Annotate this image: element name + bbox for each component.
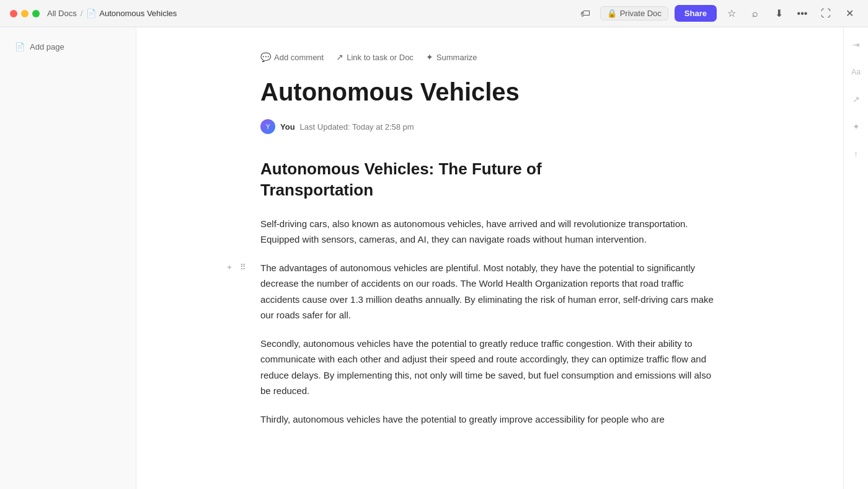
- fullscreen-icon: ⛶: [821, 8, 831, 19]
- link-to-task-button[interactable]: ↗ Link to task or Doc: [336, 52, 414, 62]
- link-icon: ↗: [336, 52, 343, 62]
- add-comment-label: Add comment: [274, 53, 324, 62]
- main-layout: 📄 Add page 💬 Add comment ↗ Link to task …: [0, 27, 868, 489]
- fullscreen-button[interactable]: ⛶: [817, 5, 835, 22]
- title-bar: All Docs / 📄 Autonomous Vehicles 🏷 🔒 Pri…: [0, 0, 868, 27]
- traffic-lights: [10, 10, 40, 17]
- lock-icon: 🔒: [607, 9, 617, 18]
- bookmark-icon: 🏷: [580, 8, 590, 19]
- font-size-button[interactable]: Aa: [849, 65, 864, 79]
- drag-icon: ⠿: [240, 262, 246, 272]
- author-line: Y You Last Updated: Today at 2:58 pm: [260, 119, 719, 134]
- last-updated: Last Updated: Today at 2:58 pm: [300, 122, 414, 132]
- comment-icon: 💬: [260, 52, 271, 62]
- breadcrumb-separator: /: [81, 9, 83, 18]
- add-page-label: Add page: [30, 42, 64, 52]
- add-page-button[interactable]: 📄 Add page: [5, 37, 131, 56]
- add-page-icon: 📄: [15, 42, 25, 52]
- collapse-right-button[interactable]: ⇥: [849, 37, 864, 52]
- paragraph-4[interactable]: Thirdly, autonomous vehicles have the po…: [260, 411, 719, 428]
- maximize-traffic-light[interactable]: [32, 10, 40, 17]
- doc-icon: 📄: [86, 9, 96, 18]
- doc-area: 💬 Add comment ↗ Link to task or Doc ✦ Su…: [136, 27, 843, 489]
- right-sidebar: ⇥ Aa ↗ ✦ ↑: [843, 27, 868, 489]
- minimize-traffic-light[interactable]: [21, 10, 29, 17]
- share-button[interactable]: Share: [675, 5, 717, 22]
- summarize-button[interactable]: ✦ Summarize: [426, 52, 477, 62]
- breadcrumb-doc-title[interactable]: Autonomous Vehicles: [99, 9, 177, 18]
- share-right-button[interactable]: ↗: [849, 92, 864, 107]
- more-button[interactable]: •••: [794, 5, 811, 22]
- avatar: Y: [260, 119, 275, 134]
- paragraph-1[interactable]: Self-driving cars, also known as autonom…: [260, 216, 719, 248]
- close-traffic-light[interactable]: [10, 10, 17, 17]
- paragraph-2-text: The advantages of autonomous vehicles ar…: [260, 262, 714, 321]
- private-doc-label: Private Doc: [620, 9, 662, 18]
- upload-right-button[interactable]: ↑: [849, 146, 864, 161]
- author-name: You: [280, 122, 295, 132]
- search-icon: ⌕: [752, 8, 758, 19]
- paragraph-3[interactable]: Secondly, autonomous vehicles have the p…: [260, 336, 719, 399]
- star-button[interactable]: ☆: [723, 5, 740, 22]
- drag-block-button[interactable]: ⠿: [237, 261, 249, 274]
- search-button[interactable]: ⌕: [746, 5, 764, 22]
- summarize-icon: ✦: [426, 52, 433, 62]
- summarize-label: Summarize: [436, 53, 477, 62]
- doc-content: 💬 Add comment ↗ Link to task or Doc ✦ Su…: [248, 52, 732, 427]
- titlebar-right: 🏷 🔒 Private Doc Share ☆ ⌕ ⬇ ••• ⛶ ✕: [577, 5, 858, 22]
- breadcrumb: All Docs / 📄 Autonomous Vehicles: [47, 9, 177, 18]
- private-doc-badge[interactable]: 🔒 Private Doc: [600, 6, 668, 20]
- bookmark-button[interactable]: 🏷: [577, 5, 594, 22]
- left-sidebar: 📄 Add page: [0, 27, 136, 489]
- titlebar-left: All Docs / 📄 Autonomous Vehicles: [10, 9, 177, 18]
- close-icon: ✕: [846, 7, 854, 19]
- star-icon: ☆: [727, 7, 736, 19]
- section-heading-line1: Autonomous Vehicles: The Future of: [260, 159, 542, 178]
- add-comment-button[interactable]: 💬 Add comment: [260, 52, 324, 62]
- section-heading: Autonomous Vehicles: The Future of Trans…: [260, 159, 719, 201]
- export-icon: ⬇: [775, 7, 783, 19]
- block-controls: + ⠿: [223, 261, 249, 274]
- export-button[interactable]: ⬇: [770, 5, 787, 22]
- paragraph-2[interactable]: + ⠿ The advantages of autonomous vehicle…: [260, 260, 719, 323]
- settings-right-button[interactable]: ✦: [849, 119, 864, 134]
- section-heading-line2: Transportation: [260, 181, 373, 199]
- close-button[interactable]: ✕: [841, 5, 858, 22]
- add-block-button[interactable]: +: [223, 261, 236, 274]
- link-to-task-label: Link to task or Doc: [347, 53, 414, 62]
- plus-icon: +: [227, 262, 232, 272]
- breadcrumb-all-docs[interactable]: All Docs: [47, 9, 77, 18]
- breadcrumb-doc: 📄 Autonomous Vehicles: [86, 9, 177, 18]
- doc-toolbar: 💬 Add comment ↗ Link to task or Doc ✦ Su…: [260, 52, 719, 62]
- more-icon: •••: [797, 8, 808, 19]
- document-title[interactable]: Autonomous Vehicles: [260, 77, 719, 107]
